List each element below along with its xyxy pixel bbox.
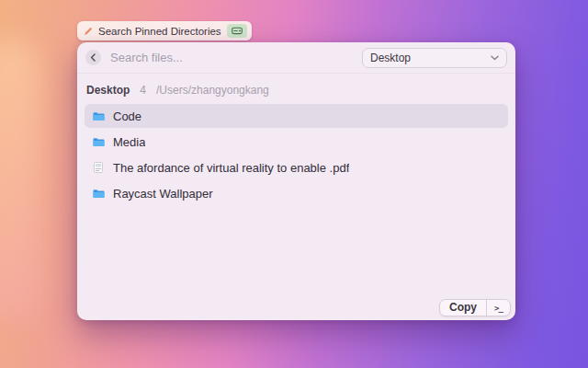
list-item[interactable]: Code xyxy=(85,104,508,128)
folder-icon xyxy=(92,137,105,147)
directory-dropdown[interactable]: Desktop xyxy=(362,48,507,68)
list-item-label: The afordance of virtual reality to enab… xyxy=(113,161,349,175)
window-header: Desktop xyxy=(77,42,515,74)
action-button-group: Copy >_ xyxy=(439,299,511,316)
search-input[interactable] xyxy=(110,51,362,64)
chevron-down-icon xyxy=(491,55,499,61)
breadcrumb-path: /Users/zhangyongkang xyxy=(156,84,269,97)
folder-icon xyxy=(92,111,105,121)
breadcrumb-section: Desktop xyxy=(86,84,130,97)
search-pinned-directories-window: Desktop Desktop 4 /Users/zhangyongkang C… xyxy=(77,42,515,320)
breadcrumb: Desktop 4 /Users/zhangyongkang xyxy=(77,83,515,98)
back-button[interactable] xyxy=(85,50,101,65)
file-list: Code Media xyxy=(77,104,515,205)
list-item[interactable]: Raycast Wallpaper xyxy=(85,181,508,205)
folder-icon xyxy=(92,189,105,199)
drive-icon xyxy=(232,27,243,35)
list-item[interactable]: Media xyxy=(85,130,508,154)
desktop-wallpaper: Search Pinned Directories Desktop xyxy=(0,0,588,368)
extension-title-badge: Search Pinned Directories xyxy=(77,21,252,40)
drive-badge xyxy=(227,24,247,38)
terminal-button[interactable]: >_ xyxy=(486,300,510,316)
footer-actions: Copy >_ xyxy=(439,299,511,316)
breadcrumb-count: 4 xyxy=(140,84,146,97)
copy-button[interactable]: Copy xyxy=(440,300,486,316)
list-item-label: Code xyxy=(113,109,141,123)
pencil-icon xyxy=(84,23,93,40)
pdf-file-icon xyxy=(92,162,105,173)
wallpaper-brush-stroke xyxy=(0,39,40,322)
dropdown-selected-value: Desktop xyxy=(370,52,491,64)
list-item[interactable]: The afordance of virtual reality to enab… xyxy=(85,155,508,179)
extension-title: Search Pinned Directories xyxy=(98,26,221,37)
chevron-left-icon xyxy=(90,53,96,62)
list-item-label: Raycast Wallpaper xyxy=(113,187,213,201)
list-item-label: Media xyxy=(113,135,145,149)
